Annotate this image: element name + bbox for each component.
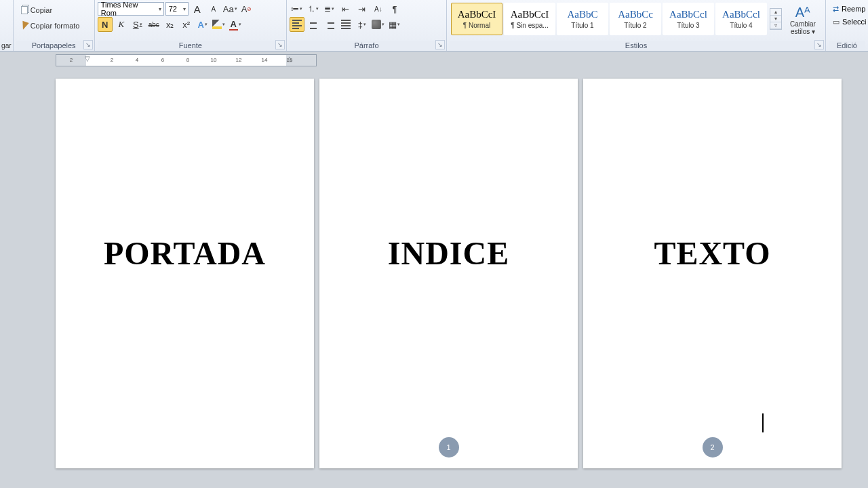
style-tile-t-tulo-2[interactable]: AaBbCcTítulo 2 — [610, 3, 661, 35]
styles-scroll[interactable]: ▴▾▿ — [770, 8, 782, 30]
text-cursor — [762, 413, 764, 432]
font-dialog-launcher[interactable]: ↘ — [275, 40, 285, 49]
change-styles-icon: Aᴬ — [795, 4, 810, 20]
clipboard-group-label: Portapapeles — [16, 41, 92, 51]
style-tile--normal[interactable]: AaBbCcI¶ Normal — [451, 3, 502, 35]
group-paragraph: ≔ ⒈ ≣ ⇤ ⇥ A↓ ¶ ‡ ▦ Párrafo ↘ — [287, 0, 447, 51]
increase-indent-button[interactable]: ⇥ — [355, 1, 370, 16]
styles-gallery[interactable]: AaBbCcI¶ NormalAaBbCcI¶ Sin espa...AaBbC… — [450, 1, 768, 37]
page-number-badge: 1 — [439, 437, 459, 458]
group-clipboard: Copiar Copiar formato Portapapeles ↘ — [14, 0, 95, 51]
brush-icon — [20, 21, 29, 31]
font-size-select[interactable]: 72 — [165, 2, 189, 16]
style-tile-t-tulo-3[interactable]: AaBbCclTítulo 3 — [663, 3, 714, 35]
copy-icon — [21, 6, 28, 14]
grow-font-button[interactable]: A — [190, 1, 205, 16]
document-page[interactable]: TEXTO2 — [583, 79, 842, 468]
paste-button-cut[interactable]: gar — [0, 0, 14, 51]
document-area[interactable]: PORTADAINDICE1TEXTO2 — [0, 66, 868, 488]
font-family-select[interactable]: Times New Rom — [98, 2, 164, 16]
highlight-button[interactable] — [212, 17, 226, 32]
change-styles-button[interactable]: Aᴬ Cambiar estilos ▾ — [783, 2, 823, 36]
page-heading: PORTADA — [104, 235, 266, 272]
align-right-button[interactable] — [322, 17, 337, 32]
clear-format-button[interactable]: A⊘ — [239, 1, 254, 16]
document-page[interactable]: INDICE1 — [319, 79, 578, 468]
group-font: Times New Rom 72 A A Aa A⊘ N K S abc x₂ … — [95, 0, 287, 51]
select-button[interactable]: ▭Selecci — [831, 16, 863, 28]
superscript-button[interactable]: x² — [179, 17, 194, 32]
group-editing: ⇄Reemp ▭Selecci Edició — [826, 0, 868, 51]
italic-button[interactable]: K — [114, 17, 129, 32]
editing-group-label: Edició — [829, 41, 865, 51]
sort-button[interactable]: A↓ — [371, 1, 386, 16]
replace-button[interactable]: ⇄Reemp — [831, 3, 863, 15]
shrink-font-button[interactable]: A — [206, 1, 221, 16]
paragraph-dialog-launcher[interactable]: ↘ — [435, 40, 445, 49]
show-marks-button[interactable]: ¶ — [387, 1, 402, 16]
strike-button[interactable]: abc — [146, 17, 161, 32]
subscript-button[interactable]: x₂ — [163, 17, 178, 32]
decrease-indent-button[interactable]: ⇤ — [338, 1, 353, 16]
format-painter-label: Copiar formato — [31, 22, 80, 30]
format-painter-button[interactable]: Copiar formato — [18, 18, 90, 33]
bullets-button[interactable]: ≔ — [290, 1, 304, 16]
styles-dialog-launcher[interactable]: ↘ — [814, 40, 824, 49]
justify-button[interactable] — [338, 17, 353, 32]
copy-label: Copiar — [31, 6, 52, 14]
document-page[interactable]: PORTADA — [56, 79, 314, 468]
change-case-button[interactable]: Aa — [222, 1, 238, 16]
page-number-badge: 2 — [703, 437, 723, 458]
ribbon: gar Copiar Copiar formato Portapapeles ↘… — [0, 0, 868, 52]
ruler-area: ▽ △ 2 2 4 6 8 10 12 14 16 — [0, 52, 868, 66]
shading-button[interactable] — [371, 17, 386, 32]
numbering-button[interactable]: ⒈ — [306, 1, 321, 16]
multilevel-button[interactable]: ≣ — [322, 1, 337, 16]
page-heading: TEXTO — [654, 235, 770, 272]
styles-group-label: Estilos — [450, 41, 823, 51]
font-color-icon: A — [229, 19, 238, 30]
style-tile-t-tulo-1[interactable]: AaBbCTítulo 1 — [557, 3, 608, 35]
text-effects-button[interactable]: A — [195, 17, 210, 32]
borders-button[interactable]: ▦ — [387, 17, 402, 32]
highlight-icon — [212, 20, 222, 29]
line-spacing-button[interactable]: ‡ — [355, 17, 370, 32]
page-heading: INDICE — [388, 235, 509, 272]
group-styles: AaBbCcI¶ NormalAaBbCcI¶ Sin espa...AaBbC… — [447, 0, 826, 51]
underline-button[interactable]: S — [130, 17, 145, 32]
bold-button[interactable]: N — [98, 17, 113, 32]
paragraph-group-label: Párrafo — [290, 41, 443, 51]
copy-button[interactable]: Copiar — [18, 3, 90, 18]
paint-bucket-icon — [372, 20, 381, 29]
style-tile--sin-espa-[interactable]: AaBbCcI¶ Sin espa... — [504, 3, 555, 35]
font-group-label: Fuente — [98, 41, 283, 51]
align-center-button[interactable] — [306, 17, 321, 32]
clipboard-dialog-launcher[interactable]: ↘ — [83, 40, 93, 49]
change-styles-label: Cambiar estilos ▾ — [784, 20, 822, 35]
font-color-button[interactable]: A — [228, 17, 243, 32]
align-left-button[interactable] — [290, 17, 304, 32]
horizontal-ruler[interactable]: ▽ △ 2 2 4 6 8 10 12 14 16 — [56, 54, 317, 66]
style-tile-t-tulo-4[interactable]: AaBbCclTítulo 4 — [715, 3, 767, 35]
